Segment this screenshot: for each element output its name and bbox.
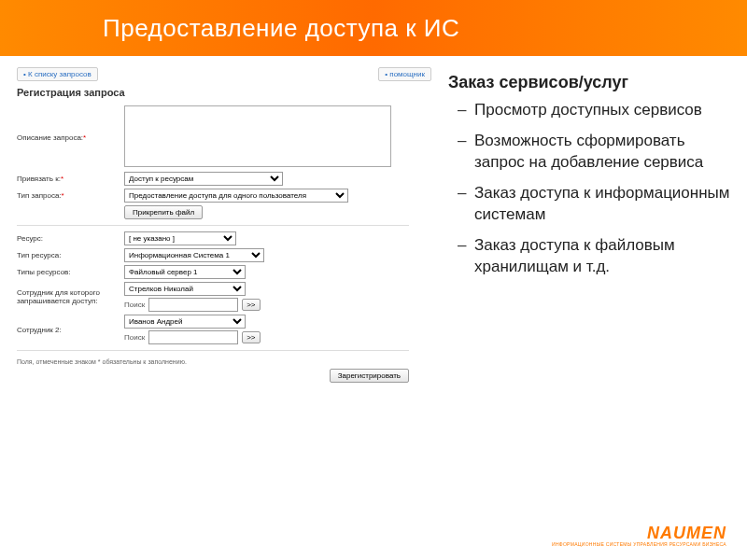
bullet-panel: Заказ сервисов/услуг Просмотр доступных …: [439, 56, 747, 560]
brand-logo: NAUMEN ИНФОРМАЦИОННЫЕ СИСТЕМЫ УПРАВЛЕНИЯ…: [552, 524, 726, 547]
request-type-label: Тип запроса:*: [17, 191, 124, 200]
form-heading: Регистрация запроса: [17, 87, 431, 98]
required-footnote: Поля, отмеченные знаком * обязательны к …: [17, 358, 431, 365]
bullet-item: Заказ доступа к информационным системам: [461, 183, 730, 226]
bind-to-select[interactable]: Доступ к ресурсам: [124, 172, 283, 186]
resource-label: Ресурс:: [17, 234, 124, 243]
resource-type-label: Тип ресурса:: [17, 251, 124, 259]
bind-to-label: Привязать к:*: [17, 175, 124, 183]
description-label: Описание запроса:*: [17, 133, 124, 142]
employee1-label: Сотрудник для которого запрашивается дос…: [17, 288, 124, 305]
bullet-item: Возможность сформировать запрос на добав…: [461, 131, 730, 174]
employee2-search-button[interactable]: >>: [242, 331, 260, 343]
employee1-search-input[interactable]: [148, 298, 238, 312]
help-link[interactable]: • помощник: [378, 67, 431, 81]
resource-select[interactable]: [ не указано ]: [124, 231, 236, 245]
brand-name: NAUMEN: [647, 524, 726, 542]
bullet-item: Заказ доступа к файловым хранилищам и т.…: [461, 235, 730, 278]
description-textarea[interactable]: [124, 105, 391, 167]
title-banner: Предоставление доступа к ИС: [0, 0, 747, 56]
bullet-item: Просмотр доступных сервисов: [461, 100, 730, 121]
attach-file-button[interactable]: Прикрепить файл: [124, 205, 203, 219]
employee1-search-label: Поиск: [124, 301, 145, 309]
employee2-search-label: Поиск: [124, 333, 145, 342]
resource-types-label: Типы ресурсов:: [17, 268, 124, 276]
request-type-select[interactable]: Предоставление доступа для одного пользо…: [124, 189, 348, 203]
employee2-search-input[interactable]: [148, 330, 238, 344]
divider: [17, 350, 409, 351]
back-to-list-label: К списку запросов: [28, 70, 92, 78]
employee1-search-button[interactable]: >>: [242, 299, 260, 311]
bullets-title: Заказ сервисов/услуг: [448, 73, 730, 92]
back-to-list-link[interactable]: • К списку запросов: [17, 67, 98, 81]
brand-tagline: ИНФОРМАЦИОННЫЕ СИСТЕМЫ УПРАВЛЕНИЯ РЕСУРС…: [552, 541, 726, 547]
employee1-select[interactable]: Стрелков Николай: [124, 282, 246, 296]
resource-type-select[interactable]: Информационная Система 1: [124, 248, 264, 262]
employee2-select[interactable]: Иванов Андрей: [124, 315, 246, 329]
slide-title: Предоставление доступа к ИС: [103, 14, 459, 43]
employee2-label: Сотрудник 2:: [17, 326, 124, 334]
resource-types-select[interactable]: Файловый сервер 1: [124, 265, 246, 279]
help-label: помощник: [389, 70, 425, 78]
divider: [17, 225, 409, 226]
register-button[interactable]: Зарегистрировать: [330, 369, 409, 383]
form-screenshot: • К списку запросов • помощник Регистрац…: [0, 56, 439, 560]
